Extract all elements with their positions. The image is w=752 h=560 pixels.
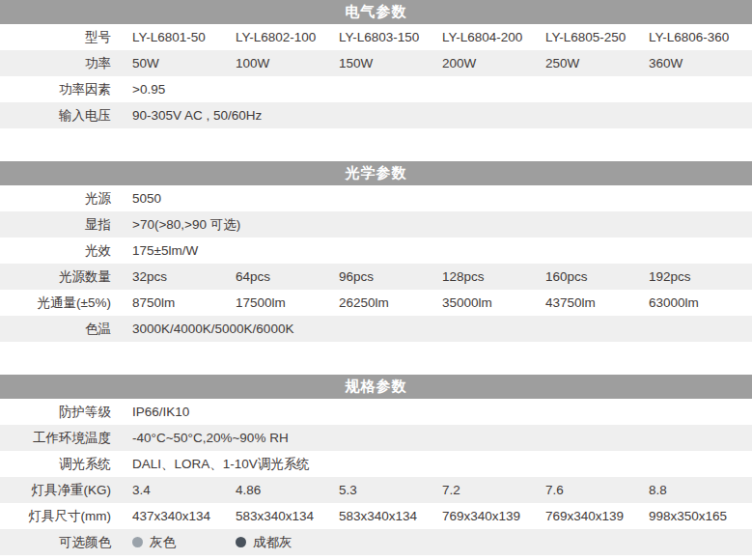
cell-cct: 3000K/4000K/5000K/6000K	[132, 322, 752, 336]
cell-model-6: LY-L6806-360	[649, 30, 752, 44]
row-label-net-weight: 灯具净重(KG)	[0, 482, 132, 499]
row-label-input-voltage: 输入电压	[0, 107, 132, 125]
gray-color-dot-icon	[132, 537, 143, 547]
table-row-efficacy: 光效 175±5lm/W	[0, 238, 752, 264]
cell-net-weight-1: 3.4	[132, 483, 236, 497]
dark-gray-color-dot-icon	[236, 537, 246, 547]
cell-power-6: 360W	[649, 56, 752, 70]
cell-light-source: 5050	[132, 191, 752, 206]
table-row-led-quantity: 光源数量 32pcs 64pcs 96pcs 128pcs 160pcs 192…	[0, 264, 752, 290]
cell-dimming-system: DALI、LORA、1-10V调光系统	[132, 456, 752, 473]
row-label-optional-colors: 可选颜色	[0, 534, 132, 551]
color-swatch-gray-label: 灰色	[150, 534, 176, 551]
cell-net-weight-6: 8.8	[649, 483, 752, 497]
cell-power-2: 100W	[236, 56, 339, 70]
table-row-net-weight: 灯具净重(KG) 3.4 4.86 5.3 7.2 7.6 8.8	[0, 477, 752, 503]
table-row-operating-temperature: 工作环境温度 -40°C~50°C,20%~90% RH	[0, 425, 752, 451]
table-row-dimming-system: 调光系统 DALI、LORA、1-10V调光系统	[0, 451, 752, 477]
row-label-power-factor: 功率因素	[0, 81, 132, 98]
cell-led-quantity-1: 32pcs	[132, 269, 236, 284]
section-title-specification: 规格参数	[0, 375, 752, 399]
cell-net-weight-3: 5.3	[339, 483, 442, 497]
table-row-cri: 显指 >70(>80,>90 可选)	[0, 211, 752, 238]
cell-luminous-flux-2: 17500lm	[236, 295, 339, 310]
color-swatch-chengdu-gray: 成都灰	[236, 534, 339, 551]
cell-led-quantity-2: 64pcs	[236, 269, 339, 284]
row-label-dimming-system: 调光系统	[0, 456, 132, 473]
table-row-optional-colors: 可选颜色 灰色 成都灰	[0, 529, 752, 555]
section-title-optical: 光学参数	[0, 161, 752, 185]
row-label-led-quantity: 光源数量	[0, 268, 132, 286]
cell-model-5: LY-L6805-250	[545, 30, 649, 44]
cell-operating-temperature: -40°C~50°C,20%~90% RH	[132, 431, 752, 445]
cell-led-quantity-3: 96pcs	[339, 269, 442, 284]
cell-cri: >70(>80,>90 可选)	[132, 216, 752, 234]
color-swatch-gray: 灰色	[132, 534, 236, 551]
cell-luminous-flux-4: 35000lm	[442, 295, 545, 310]
cell-input-voltage: 90-305V AC , 50/60Hz	[132, 108, 752, 123]
cell-net-weight-4: 7.2	[442, 483, 545, 497]
table-row-input-voltage: 输入电压 90-305V AC , 50/60Hz	[0, 102, 752, 128]
cell-led-quantity-5: 160pcs	[545, 269, 649, 284]
electrical-parameters-table: 电气参数 型号 LY-L6801-50 LY-L6802-100 LY-L680…	[0, 0, 752, 128]
row-label-dimensions: 灯具尺寸(mm)	[0, 508, 132, 525]
section-title-electrical: 电气参数	[0, 0, 752, 24]
cell-luminous-flux-6: 63000lm	[649, 295, 752, 310]
cell-model-1: LY-L6801-50	[132, 30, 236, 44]
row-label-luminous-flux: 光通量(±5%)	[0, 294, 132, 312]
cell-dimensions-6: 998x350x165	[649, 509, 752, 523]
cell-dimensions-2: 583x340x134	[236, 509, 339, 523]
row-label-efficacy: 光效	[0, 242, 132, 260]
cell-model-2: LY-L6802-100	[236, 30, 339, 44]
table-row-luminous-flux: 光通量(±5%) 8750lm 17500lm 26250lm 35000lm …	[0, 290, 752, 316]
cell-net-weight-2: 4.86	[236, 483, 339, 497]
cell-led-quantity-4: 128pcs	[442, 269, 545, 284]
cell-dimensions-4: 769x340x139	[442, 509, 545, 523]
row-label-protection-rating: 防护等级	[0, 404, 132, 421]
cell-power-4: 200W	[442, 56, 545, 70]
cell-power-1: 50W	[132, 56, 236, 70]
cell-luminous-flux-1: 8750lm	[132, 295, 236, 310]
cell-dimensions-5: 769x340x139	[545, 509, 649, 523]
cell-led-quantity-6: 192pcs	[649, 269, 752, 284]
table-row-model: 型号 LY-L6801-50 LY-L6802-100 LY-L6803-150…	[0, 24, 752, 50]
table-row-protection-rating: 防护等级 IP66/IK10	[0, 399, 752, 425]
color-swatch-chengdu-gray-label: 成都灰	[253, 534, 292, 551]
cell-power-5: 250W	[545, 56, 649, 70]
row-label-cri: 显指	[0, 216, 132, 234]
cell-dimensions-3: 583x340x134	[339, 509, 442, 523]
table-row-cct: 色温 3000K/4000K/5000K/6000K	[0, 316, 752, 342]
cell-net-weight-5: 7.6	[545, 483, 649, 497]
cell-protection-rating: IP66/IK10	[132, 405, 752, 419]
optical-parameters-table: 光学参数 光源 5050 显指 >70(>80,>90 可选) 光效 175±5…	[0, 161, 752, 342]
cell-dimensions-1: 437x340x134	[132, 509, 236, 523]
table-row-light-source: 光源 5050	[0, 185, 752, 211]
cell-power-factor: >0.95	[132, 82, 752, 97]
row-label-power: 功率	[0, 55, 132, 72]
table-row-dimensions: 灯具尺寸(mm) 437x340x134 583x340x134 583x340…	[0, 503, 752, 529]
row-label-model: 型号	[0, 29, 132, 46]
cell-model-3: LY-L6803-150	[339, 30, 442, 44]
cell-model-4: LY-L6804-200	[442, 30, 545, 44]
cell-luminous-flux-5: 43750lm	[545, 295, 649, 310]
table-row-power: 功率 50W 100W 150W 200W 250W 360W	[0, 50, 752, 76]
row-label-operating-temperature: 工作环境温度	[0, 430, 132, 447]
cell-power-3: 150W	[339, 56, 442, 70]
row-label-light-source: 光源	[0, 190, 132, 208]
cell-efficacy: 175±5lm/W	[132, 243, 752, 258]
cell-luminous-flux-3: 26250lm	[339, 295, 442, 310]
table-row-power-factor: 功率因素 >0.95	[0, 76, 752, 102]
row-label-cct: 色温	[0, 321, 132, 338]
specification-parameters-table: 规格参数 防护等级 IP66/IK10 工作环境温度 -40°C~50°C,20…	[0, 375, 752, 555]
